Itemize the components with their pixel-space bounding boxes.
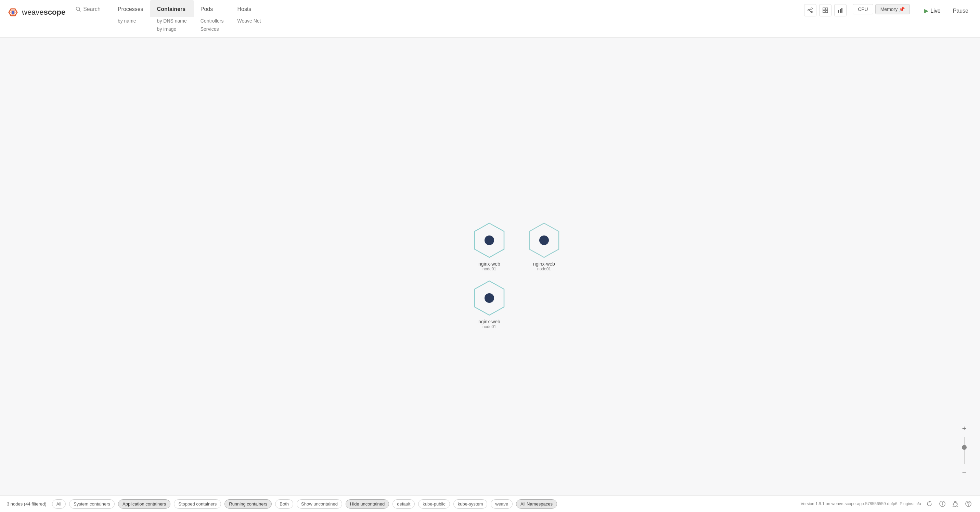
bug-button[interactable] xyxy=(951,499,960,509)
filter-application-containers[interactable]: Application containers xyxy=(118,499,170,509)
filter-running-containers[interactable]: Running containers xyxy=(224,499,272,509)
logo-area: weavescope xyxy=(7,0,65,19)
chart-view-button[interactable] xyxy=(834,4,846,16)
nav-item-pods: Pods Controllers Services xyxy=(194,0,231,33)
svg-point-33 xyxy=(966,501,971,507)
nav-item-processes: Processes by name xyxy=(111,0,150,25)
nodes-row-0: nginx-web node01 nginx-web node01 xyxy=(472,220,561,271)
svg-line-32 xyxy=(957,506,958,507)
svg-rect-12 xyxy=(823,11,825,13)
filter-namespace-kube-public[interactable]: kube-public xyxy=(418,499,450,509)
table-icon xyxy=(822,8,828,13)
zoom-out-button[interactable]: − xyxy=(959,467,970,478)
memory-button[interactable]: Memory📌 xyxy=(875,4,910,14)
filter-stopped-containers[interactable]: Stopped containers xyxy=(174,499,221,509)
hexagon-shape xyxy=(474,222,505,258)
info-icon xyxy=(939,501,945,507)
node-name: nginx-web xyxy=(533,261,555,266)
nav-item-hosts: Hosts Weave Net xyxy=(230,0,267,25)
svg-rect-16 xyxy=(842,8,842,13)
search-area[interactable]: Search xyxy=(76,0,100,12)
refresh-icon xyxy=(926,501,932,507)
nav-pods-services[interactable]: Services xyxy=(200,25,224,33)
nav-containers-by-dns-name[interactable]: by DNS name xyxy=(157,17,187,25)
filter-namespace-all[interactable]: All Namespaces xyxy=(516,499,557,509)
refresh-button[interactable] xyxy=(924,499,934,509)
help-icon xyxy=(965,501,972,507)
node-sub: node01 xyxy=(482,266,496,271)
play-icon: ▶ xyxy=(924,8,928,14)
svg-line-27 xyxy=(953,503,954,504)
node-name: nginx-web xyxy=(478,319,500,324)
nav-area: Processes by name Containers by DNS name… xyxy=(111,0,804,33)
filter-system-containers[interactable]: System containers xyxy=(69,499,115,509)
header: weavescope Search Processes by name Cont… xyxy=(0,0,980,38)
info-button[interactable] xyxy=(937,499,947,509)
node-sub: node01 xyxy=(482,324,496,329)
nav-processes[interactable]: Processes xyxy=(111,0,150,17)
filter-namespace-kube-system[interactable]: kube-system xyxy=(453,499,488,509)
share-icon xyxy=(808,8,813,13)
hexagon-wrapper xyxy=(527,220,561,260)
svg-point-20 xyxy=(539,236,549,245)
nav-hosts-weave-net[interactable]: Weave Net xyxy=(237,17,261,25)
zoom-slider-track xyxy=(964,437,965,464)
main-canvas: nginx-web node01 nginx-web node01 xyxy=(0,38,980,512)
node-item[interactable]: nginx-web node01 xyxy=(472,220,506,271)
svg-point-26 xyxy=(954,502,957,507)
node-item[interactable]: nginx-web node01 xyxy=(527,220,561,271)
pause-button[interactable]: Pause xyxy=(948,6,973,16)
filter-all[interactable]: All xyxy=(52,499,66,509)
svg-point-18 xyxy=(485,236,494,245)
hexagon-shape xyxy=(474,280,505,316)
svg-line-31 xyxy=(953,506,954,507)
filter-hide-uncontained[interactable]: Hide uncontained xyxy=(345,499,389,509)
svg-rect-11 xyxy=(826,8,828,10)
filter-namespace-weave[interactable]: weave xyxy=(491,499,512,509)
zoom-in-button[interactable]: + xyxy=(959,423,970,434)
svg-rect-14 xyxy=(838,10,839,13)
filter-show-uncontained[interactable]: Show uncontained xyxy=(297,499,342,509)
memory-pin: 📌 xyxy=(899,6,905,12)
svg-point-5 xyxy=(811,8,812,9)
node-item[interactable]: nginx-web node01 xyxy=(472,278,506,329)
nav-containers[interactable]: Containers xyxy=(150,0,194,17)
zoom-controls: + − xyxy=(959,423,970,478)
filter-both[interactable]: Both xyxy=(275,499,293,509)
cpu-button[interactable]: CPU xyxy=(853,4,873,14)
zoom-slider-thumb[interactable] xyxy=(962,445,967,450)
live-button[interactable]: ▶ Live xyxy=(920,5,945,16)
search-icon xyxy=(76,6,81,12)
cpu-memory-area: CPU Memory📌 xyxy=(853,4,910,14)
share-button[interactable] xyxy=(804,4,816,16)
hexagon-wrapper xyxy=(472,278,506,317)
svg-line-8 xyxy=(809,9,811,10)
nav-pods-controllers[interactable]: Controllers xyxy=(200,17,224,25)
svg-rect-15 xyxy=(840,9,841,13)
nodes-row-1: nginx-web node01 xyxy=(472,278,506,329)
nav-processes-by-name[interactable]: by name xyxy=(118,17,143,25)
chart-icon xyxy=(838,8,843,13)
svg-point-34 xyxy=(968,505,969,506)
svg-rect-10 xyxy=(823,8,825,10)
svg-line-9 xyxy=(809,11,811,12)
logo-icon xyxy=(7,6,19,19)
help-button[interactable] xyxy=(964,499,973,509)
node-count: 3 nodes (44 filtered) xyxy=(7,501,46,507)
nodes-area: nginx-web node01 nginx-web node01 xyxy=(472,220,561,329)
version-text: Version 1.9.1 on weave-scope-app-5785565… xyxy=(801,501,921,506)
svg-line-4 xyxy=(80,10,81,12)
logo-text: weavescope xyxy=(22,8,65,17)
nav-item-containers: Containers by DNS name by image xyxy=(150,0,194,33)
right-controls: CPU Memory📌 ▶ Live Pause xyxy=(804,0,973,16)
nav-pods[interactable]: Pods xyxy=(194,0,231,17)
hexagon-wrapper xyxy=(472,220,506,260)
filter-namespace-default[interactable]: default xyxy=(393,499,415,509)
svg-point-6 xyxy=(811,11,812,13)
svg-point-25 xyxy=(942,502,943,503)
table-view-button[interactable] xyxy=(819,4,832,16)
bottom-icons xyxy=(924,499,973,509)
nav-hosts[interactable]: Hosts xyxy=(230,0,267,17)
nav-containers-by-image[interactable]: by image xyxy=(157,25,187,33)
live-pause-controls: ▶ Live Pause xyxy=(920,4,973,16)
